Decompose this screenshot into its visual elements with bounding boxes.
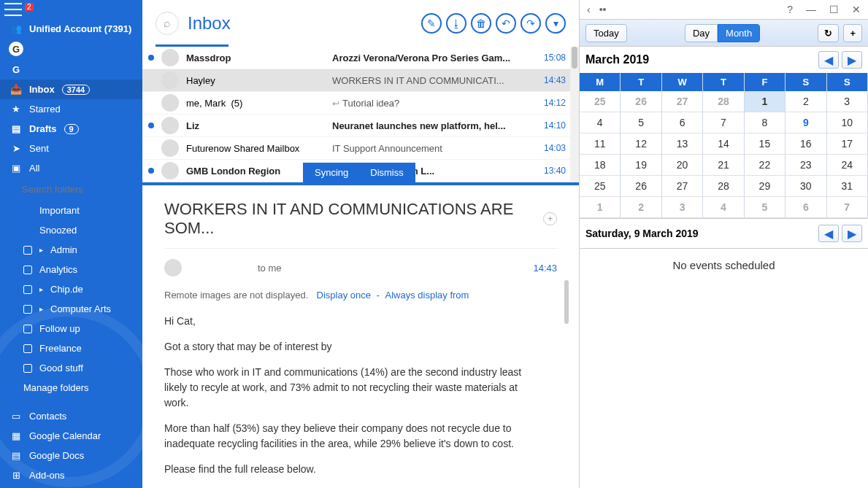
compose-button[interactable]: ✎	[421, 13, 442, 34]
nav-all[interactable]: ▣ All	[0, 158, 142, 178]
checkbox-icon[interactable]	[23, 266, 32, 274]
calendar-day[interactable]: 8	[745, 112, 786, 133]
label-admin[interactable]: ▸ Admin	[0, 240, 142, 260]
calendar-day[interactable]: 18	[580, 155, 621, 176]
calendar-day[interactable]: 30	[786, 176, 826, 197]
calendar-day[interactable]: 19	[621, 155, 661, 176]
calendar-day[interactable]: 1	[580, 197, 621, 218]
next-day-button[interactable]: ▶	[842, 225, 862, 242]
overflow-icon[interactable]: ••	[599, 4, 607, 15]
calendar-day[interactable]: 16	[786, 133, 826, 155]
search-folders-input[interactable]	[0, 178, 142, 201]
calendar-day[interactable]: 3	[827, 91, 868, 112]
calendar-day[interactable]: 23	[786, 155, 826, 176]
calendar-day[interactable]: 5	[745, 197, 786, 218]
message-row[interactable]: Massdrop Arozzi Verona/Verona Pro Series…	[142, 47, 579, 69]
calendar-day[interactable]: 22	[745, 155, 786, 176]
checkbox-icon[interactable]	[23, 305, 32, 314]
month-view-button[interactable]: Month	[718, 24, 760, 42]
calendar-day[interactable]: 17	[827, 133, 868, 155]
menu-icon[interactable]	[4, 3, 22, 16]
label-analytics[interactable]: Analytics	[0, 260, 142, 279]
message-row[interactable]: Hayley WORKERS IN IT AND COMMUNICATI... …	[142, 69, 579, 92]
app-google calendar[interactable]: ▦ Google Calendar	[0, 426, 142, 446]
calendar-day[interactable]: 10	[827, 112, 868, 133]
calendar-day[interactable]: 25	[580, 91, 621, 112]
calendar-day[interactable]: 14	[703, 133, 744, 155]
calendar-day[interactable]: 2	[786, 91, 826, 112]
calendar-day[interactable]: 28	[703, 91, 744, 112]
calendar-day[interactable]: 27	[662, 176, 703, 197]
prev-day-button[interactable]: ◀	[818, 225, 839, 242]
calendar-day[interactable]: 1	[745, 91, 786, 112]
calendar-day[interactable]: 26	[621, 91, 661, 112]
today-button[interactable]: Today	[585, 24, 627, 42]
google-account-1[interactable]: G	[9, 42, 23, 56]
add-tag-button[interactable]: +	[543, 212, 557, 225]
manage-folders[interactable]: Manage folders	[0, 378, 142, 398]
delete-button[interactable]: 🗑	[471, 13, 491, 34]
label-freelance[interactable]: Freelance	[0, 338, 142, 358]
forward-button[interactable]: ↷	[521, 13, 541, 34]
calendar-day[interactable]: 4	[703, 197, 744, 218]
calendar-day[interactable]: 6	[786, 197, 826, 218]
label-computer arts[interactable]: ▸ Computer Arts	[0, 299, 142, 319]
minimize-icon[interactable]: —	[806, 4, 816, 15]
calendar-day[interactable]: 28	[703, 176, 744, 197]
calendar-day[interactable]: 15	[745, 133, 786, 155]
calendar-day[interactable]: 31	[827, 176, 868, 197]
refresh-button[interactable]: ↻	[818, 24, 839, 42]
nav-drafts[interactable]: ▤ Drafts 9	[0, 119, 142, 139]
reply-button[interactable]: ↶	[496, 13, 516, 34]
app-add-ons[interactable]: ⊞ Add-ons	[0, 465, 142, 485]
back-icon[interactable]: ‹	[587, 4, 591, 15]
label-snoozed[interactable]: Snoozed	[0, 220, 142, 240]
always-display-link[interactable]: Always display from	[385, 290, 469, 301]
calendar-day[interactable]: 29	[745, 176, 786, 197]
checkbox-icon[interactable]	[23, 285, 32, 294]
calendar-day[interactable]: 20	[662, 155, 703, 176]
calendar-day[interactable]: 26	[621, 176, 661, 197]
calendar-day[interactable]: 7	[703, 112, 744, 133]
calendar-day[interactable]: 9	[786, 112, 826, 133]
nav-sent[interactable]: ➤ Sent	[0, 139, 142, 158]
calendar-day[interactable]: 24	[827, 155, 868, 176]
display-once-link[interactable]: Display once	[317, 290, 371, 301]
label-chip.de[interactable]: ▸ Chip.de	[0, 279, 142, 299]
checkbox-icon[interactable]	[23, 364, 32, 373]
calendar-day[interactable]: 12	[621, 133, 661, 155]
label-follow up[interactable]: Follow up	[0, 319, 142, 338]
maximize-icon[interactable]: ☐	[829, 4, 839, 15]
message-list-scrollbar[interactable]	[570, 47, 579, 182]
checkbox-icon[interactable]	[23, 344, 32, 353]
message-row[interactable]: me, Mark (5) ↩Tutorial idea? 14:12	[142, 92, 579, 115]
calendar-day[interactable]: 3	[662, 197, 703, 218]
message-row[interactable]: Futurenow Shared Mailbox IT Support Anno…	[142, 137, 579, 160]
app-google docs[interactable]: ▤ Google Docs	[0, 446, 142, 465]
google-account-2[interactable]: G	[9, 62, 23, 77]
sync-dismiss[interactable]: Dismiss	[370, 167, 404, 178]
account-row[interactable]: 👥 Unified Account (7391)	[0, 19, 142, 39]
calendar-day[interactable]: 21	[703, 155, 744, 176]
calendar-day[interactable]: 6	[662, 112, 703, 133]
calendar-day[interactable]: 5	[621, 112, 661, 133]
label-good stuff[interactable]: Good stuff	[0, 358, 142, 378]
calendar-day[interactable]: 2	[621, 197, 661, 218]
more-button[interactable]: ▾	[545, 13, 566, 34]
prev-month-button[interactable]: ◀	[818, 51, 839, 69]
nav-inbox[interactable]: 📥 Inbox 3744	[0, 80, 142, 99]
app-contacts[interactable]: ▭ Contacts	[0, 406, 142, 426]
calendar-day[interactable]: 11	[580, 133, 621, 155]
help-icon[interactable]: ?	[787, 4, 793, 15]
checkbox-icon[interactable]	[23, 325, 32, 333]
preview-scrollbar[interactable]	[564, 280, 569, 324]
checkbox-icon[interactable]	[23, 246, 32, 255]
nav-starred[interactable]: ★ Starred	[0, 99, 142, 119]
close-icon[interactable]: ✕	[852, 4, 861, 15]
message-row[interactable]: Liz Neuranet launches new platform, hel.…	[142, 115, 579, 137]
calendar-day[interactable]: 25	[580, 176, 621, 197]
search-button[interactable]: ⌕	[155, 12, 179, 35]
calendar-day[interactable]: 4	[580, 112, 621, 133]
next-month-button[interactable]: ▶	[842, 51, 862, 69]
add-event-button[interactable]: +	[843, 24, 862, 42]
